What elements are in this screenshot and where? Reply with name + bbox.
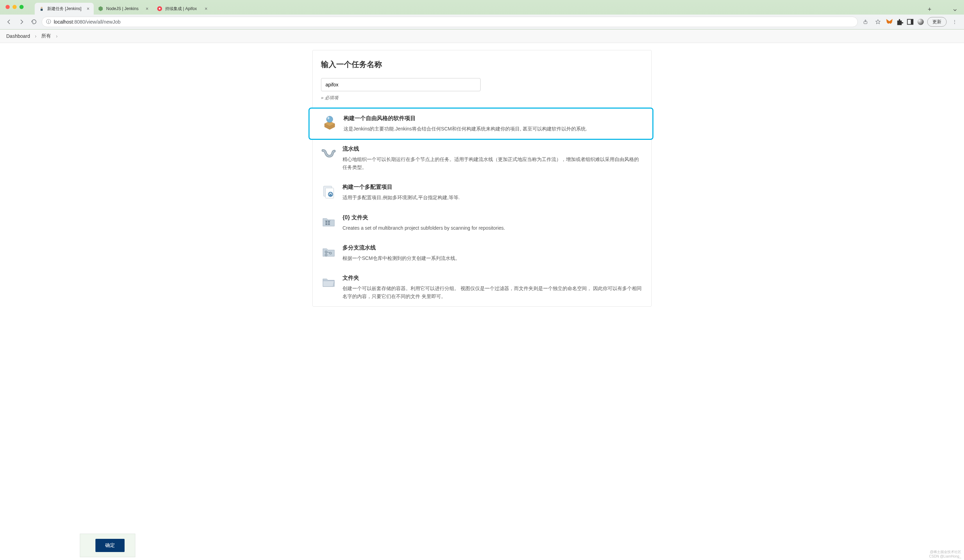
side-panel-button[interactable] [906, 18, 914, 26]
job-type-title: 多分支流水线 [342, 244, 643, 252]
content: 输入一个任务名称 » 必填项 构建一个自由风格的软件项目 这是Jenkins的主… [0, 43, 964, 307]
close-tab-icon[interactable]: × [146, 6, 148, 11]
job-type-title: 文件夹 [342, 274, 643, 282]
chevron-right-icon: › [35, 33, 37, 39]
extension-icons [886, 18, 925, 26]
maximize-window-button[interactable] [20, 5, 24, 9]
job-type-desc: 适用于多配置项目,例如多环境测试,平台指定构建,等等. [342, 194, 643, 201]
tab-title: 持续集成 | Apifox [165, 6, 202, 12]
job-type-desc: 这是Jenkins的主要功能.Jenkins将会结合任何SCM和任何构建系统来构… [344, 125, 642, 132]
share-button[interactable] [861, 17, 870, 27]
back-button[interactable] [4, 17, 14, 27]
svg-point-9 [327, 116, 333, 122]
chevron-right-icon: › [56, 33, 58, 39]
name-input-row [313, 78, 651, 95]
svg-marker-4 [99, 6, 103, 11]
multiconfig-icon [321, 184, 336, 199]
org-folder-icon [321, 214, 336, 230]
close-tab-icon[interactable]: × [205, 6, 207, 11]
job-type-pipeline[interactable]: 流水线 精心地组织一个可以长期运行在多个节点上的任务。适用于构建流水线（更加正式… [313, 139, 651, 177]
tab-title: 新建任务 [Jenkins] [47, 6, 84, 12]
job-type-desc: 精心地组织一个可以长期运行在多个节点上的任务。适用于构建流水线（更加正式地应当称… [342, 155, 643, 171]
site-info-icon[interactable]: ⓘ [46, 19, 51, 25]
profile-button[interactable] [917, 18, 925, 26]
breadcrumb-all[interactable]: 所有 [41, 33, 51, 39]
window-controls [6, 5, 24, 9]
job-type-title: 构建一个多配置项目 [342, 184, 643, 191]
job-type-multibranch[interactable]: 多分支流水线 根据一个SCM仓库中检测到的分支创建一系列流水线。 [313, 238, 651, 268]
multibranch-icon [321, 244, 336, 259]
svg-rect-16 [326, 221, 327, 223]
job-type-org-folder[interactable]: {0} 文件夹 Creates a set of multibranch pro… [313, 208, 651, 238]
page-title: 输入一个任务名称 [313, 50, 651, 78]
job-type-title: {0} 文件夹 [342, 214, 643, 221]
breadcrumb-dashboard[interactable]: Dashboard [6, 33, 30, 39]
svg-rect-1 [41, 9, 43, 11]
tab-list-dropdown[interactable] [951, 6, 958, 15]
svg-rect-18 [326, 223, 327, 225]
folder-icon [321, 274, 336, 290]
svg-point-2 [41, 8, 42, 8]
browser-tab[interactable]: NodeJS | Jenkins × [94, 3, 153, 15]
job-type-desc: Creates a set of multibranch project sub… [342, 224, 643, 232]
nodejs-favicon-icon [98, 6, 103, 11]
browser-menu-button[interactable]: ⋮ [949, 18, 960, 26]
tab-title: NodeJS | Jenkins [106, 6, 143, 11]
tab-strip: 新建任务 [Jenkins] × NodeJS | Jenkins × 持续集成… [0, 0, 964, 15]
apifox-favicon-icon [157, 6, 163, 11]
close-window-button[interactable] [6, 5, 10, 9]
svg-point-0 [41, 7, 43, 9]
minimize-window-button[interactable] [13, 5, 17, 9]
browser-chrome: 新建任务 [Jenkins] × NodeJS | Jenkins × 持续集成… [0, 0, 964, 29]
bookmark-button[interactable] [873, 17, 883, 27]
svg-rect-8 [911, 20, 913, 24]
job-type-freestyle[interactable]: 构建一个自由风格的软件项目 这是Jenkins的主要功能.Jenkins将会结合… [308, 107, 653, 140]
toolbar: ⓘ localhost:8080/view/all/newJob [0, 15, 964, 29]
jenkins-favicon-icon [39, 6, 44, 11]
extensions-button[interactable] [896, 18, 904, 26]
metamask-extension-icon[interactable] [886, 18, 893, 26]
freestyle-project-icon [322, 115, 337, 130]
job-type-desc: 根据一个SCM仓库中检测到的分支创建一系列流水线。 [342, 254, 643, 262]
job-type-desc: 创建一个可以嵌套存储的容器。利用它可以进行分组。 视图仅仅是一个过滤器，而文件夹… [342, 285, 643, 300]
svg-point-3 [42, 8, 42, 8]
forward-button[interactable] [17, 17, 26, 27]
job-name-input[interactable] [321, 78, 480, 91]
job-type-title: 构建一个自由风格的软件项目 [344, 115, 642, 122]
new-tab-button[interactable]: + [925, 5, 934, 15]
job-type-folder[interactable]: 文件夹 创建一个可以嵌套存储的容器。利用它可以进行分组。 视图仅仅是一个过滤器，… [313, 268, 651, 306]
job-type-multiconfig[interactable]: 构建一个多配置项目 适用于多配置项目,例如多环境测试,平台指定构建,等等. [313, 177, 651, 207]
address-bar[interactable]: ⓘ localhost:8080/view/all/newJob [42, 17, 858, 27]
job-type-title: 流水线 [342, 145, 643, 153]
browser-tab[interactable]: 新建任务 [Jenkins] × [35, 3, 94, 15]
breadcrumb: Dashboard › 所有 › [0, 29, 964, 43]
new-job-panel: 输入一个任务名称 » 必填项 构建一个自由风格的软件项目 这是Jenkins的主… [312, 50, 652, 307]
close-tab-icon[interactable]: × [87, 6, 90, 11]
update-button[interactable]: 更新 [927, 17, 947, 27]
pipeline-icon [321, 145, 336, 161]
required-hint: » 必填项 [313, 95, 651, 108]
svg-point-10 [327, 117, 330, 119]
job-type-list: 构建一个自由风格的软件项目 这是Jenkins的主要功能.Jenkins将会结合… [313, 108, 651, 306]
reload-button[interactable] [29, 17, 39, 27]
url-text: localhost:8080/view/all/newJob [54, 19, 120, 24]
browser-tab[interactable]: 持续集成 | Apifox × [153, 3, 212, 15]
svg-rect-17 [328, 221, 330, 223]
svg-rect-19 [328, 223, 330, 225]
